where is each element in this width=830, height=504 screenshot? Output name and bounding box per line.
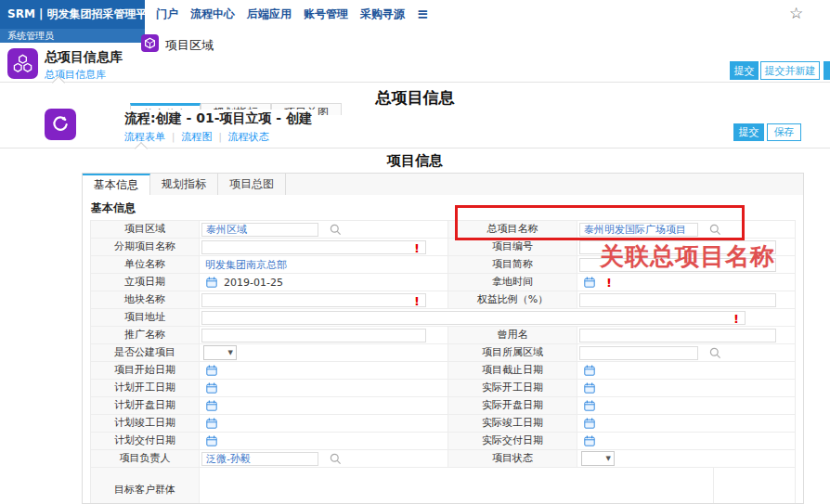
search-icon[interactable] bbox=[709, 347, 721, 359]
select-dropdown[interactable]: ▼ bbox=[581, 451, 615, 466]
text-input[interactable] bbox=[579, 329, 776, 342]
table-row: 立项日期2019-01-25拿地时间! bbox=[91, 274, 795, 291]
table-row: 分期项目名称!项目编号 bbox=[91, 239, 795, 256]
calendar-icon[interactable] bbox=[584, 435, 595, 446]
star-icon[interactable]: ☆ bbox=[789, 4, 803, 22]
process-link-1[interactable]: 流程表单 bbox=[124, 130, 165, 144]
text-input[interactable]: ! bbox=[201, 293, 426, 307]
nav-item-5[interactable]: 采购寻源 bbox=[360, 6, 405, 22]
nav-item-1[interactable]: 门户 bbox=[156, 6, 178, 22]
table-row: 项目地址! bbox=[91, 309, 795, 327]
search-icon[interactable] bbox=[330, 453, 342, 465]
process-loop-icon bbox=[45, 109, 76, 140]
field-cell: 泰州明发国际广场项目 bbox=[577, 221, 797, 238]
text-input[interactable] bbox=[579, 240, 776, 254]
field-label: 曾用名 bbox=[447, 327, 577, 343]
calendar-icon[interactable] bbox=[584, 277, 595, 288]
table-row: 项目负责人泛微-孙毅项目状态▼ bbox=[91, 450, 795, 468]
field-label: 实际交付日期 bbox=[447, 433, 577, 449]
app-cubes-icon bbox=[7, 48, 38, 79]
save-button[interactable]: 保存 bbox=[767, 123, 801, 141]
calendar-icon[interactable] bbox=[584, 382, 595, 394]
table-row: 是否公建项目▼项目所属区域 bbox=[91, 344, 795, 362]
field-cell: 泰州区域 bbox=[200, 221, 447, 238]
calendar-icon[interactable] bbox=[206, 435, 217, 446]
submit-button-top[interactable]: 提交 bbox=[730, 61, 759, 80]
link-separator: | bbox=[218, 132, 221, 142]
field-cell bbox=[200, 362, 447, 379]
chevron-down-icon: ▼ bbox=[228, 349, 233, 356]
form-tab[interactable]: 规划指标 bbox=[150, 174, 218, 195]
project-area-label: 项目区域 bbox=[165, 37, 214, 54]
field-cell: 明发集团南京总部 bbox=[200, 256, 447, 273]
calendar-icon[interactable] bbox=[206, 382, 217, 394]
field-label: 项目所属区域 bbox=[447, 344, 577, 361]
text-input[interactable] bbox=[201, 329, 426, 342]
calendar-icon[interactable] bbox=[206, 277, 217, 288]
field-label: 项目简称 bbox=[447, 256, 577, 273]
lookup-input[interactable]: 泛微-孙毅 bbox=[201, 452, 318, 466]
field-label: 计划开盘日期 bbox=[91, 397, 200, 414]
calendar-icon[interactable] bbox=[584, 400, 595, 411]
calendar-icon[interactable] bbox=[584, 418, 595, 429]
nav-item-4[interactable]: 账号管理 bbox=[304, 6, 348, 22]
text-input[interactable] bbox=[579, 293, 776, 307]
field-cell: ! bbox=[200, 291, 447, 308]
field-label: 分期项目名称 bbox=[91, 239, 200, 255]
date-value: 2019-01-25 bbox=[224, 277, 283, 289]
textarea-extra-cell bbox=[714, 468, 797, 504]
field-label: 项目编号 bbox=[447, 239, 577, 255]
process-links: 流程表单|流程图|流程状态 bbox=[124, 130, 269, 144]
field-label: 计划交付日期 bbox=[91, 433, 200, 449]
hamburger-icon[interactable]: ≡ bbox=[417, 6, 429, 22]
table-row: 项目开始日期项目截止日期 bbox=[91, 362, 795, 380]
field-label: 项目地址 bbox=[91, 309, 200, 326]
cutoff-button[interactable] bbox=[824, 61, 830, 80]
link-value[interactable]: 明发集团南京总部 bbox=[201, 258, 287, 272]
search-icon[interactable] bbox=[709, 224, 721, 236]
form-tab[interactable]: 基本信息 bbox=[83, 174, 150, 195]
lookup-input[interactable] bbox=[579, 346, 698, 360]
calendar-icon[interactable] bbox=[206, 400, 217, 411]
search-icon[interactable] bbox=[330, 224, 342, 236]
field-label: 目标客户群体 bbox=[91, 468, 200, 504]
field-cell bbox=[577, 239, 797, 255]
table-row: 推广名称曾用名 bbox=[91, 327, 795, 344]
submit-and-new-button[interactable]: 提交并新建 bbox=[760, 61, 820, 80]
process-link-2[interactable]: 流程图 bbox=[181, 130, 212, 144]
field-cell: 泛微-孙毅 bbox=[200, 450, 447, 467]
field-cell bbox=[577, 397, 797, 414]
form-tabs: 基本信息规划指标项目总图 bbox=[82, 173, 804, 196]
form-tab[interactable]: 项目总图 bbox=[218, 174, 286, 195]
field-cell: ! bbox=[200, 239, 447, 255]
table-row: 单位名称明发集团南京总部项目简称 bbox=[91, 256, 795, 274]
field-label: 计划竣工日期 bbox=[91, 415, 200, 432]
calendar-icon[interactable] bbox=[584, 365, 595, 376]
app-title: 总项目信息库 bbox=[45, 49, 123, 66]
field-cell bbox=[577, 362, 797, 379]
process-link-3[interactable]: 流程状态 bbox=[228, 130, 269, 144]
select-dropdown[interactable]: ▼ bbox=[203, 345, 237, 360]
lookup-input[interactable]: 泰州区域 bbox=[201, 223, 318, 237]
submit-button-process[interactable]: 提交 bbox=[733, 123, 764, 141]
required-marker: ! bbox=[606, 277, 612, 289]
table-row: 计划开工日期实际开工日期 bbox=[91, 380, 795, 397]
text-input[interactable]: ! bbox=[201, 311, 746, 325]
lookup-input[interactable]: 泰州明发国际广场项目 bbox=[579, 223, 698, 237]
table-row: 计划竣工日期实际竣工日期 bbox=[91, 415, 795, 433]
text-input[interactable]: ! bbox=[201, 240, 426, 254]
field-cell bbox=[577, 433, 797, 449]
nav-item-3[interactable]: 后端应用 bbox=[247, 6, 292, 22]
calendar-icon[interactable] bbox=[206, 365, 217, 376]
table-row: 计划开盘日期实际开盘日期 bbox=[91, 397, 795, 415]
text-input[interactable] bbox=[579, 258, 776, 272]
field-cell bbox=[200, 380, 447, 396]
field-cell bbox=[200, 415, 447, 432]
field-label: 拿地时间 bbox=[447, 274, 577, 291]
nav-item-2[interactable]: 流程中心 bbox=[190, 6, 235, 22]
calendar-icon[interactable] bbox=[206, 418, 217, 429]
page-title: 总项目信息 bbox=[0, 87, 830, 109]
user-role-badge: 系统管理员 bbox=[0, 29, 145, 43]
textarea-field[interactable] bbox=[200, 468, 714, 504]
link-separator: | bbox=[172, 132, 175, 142]
